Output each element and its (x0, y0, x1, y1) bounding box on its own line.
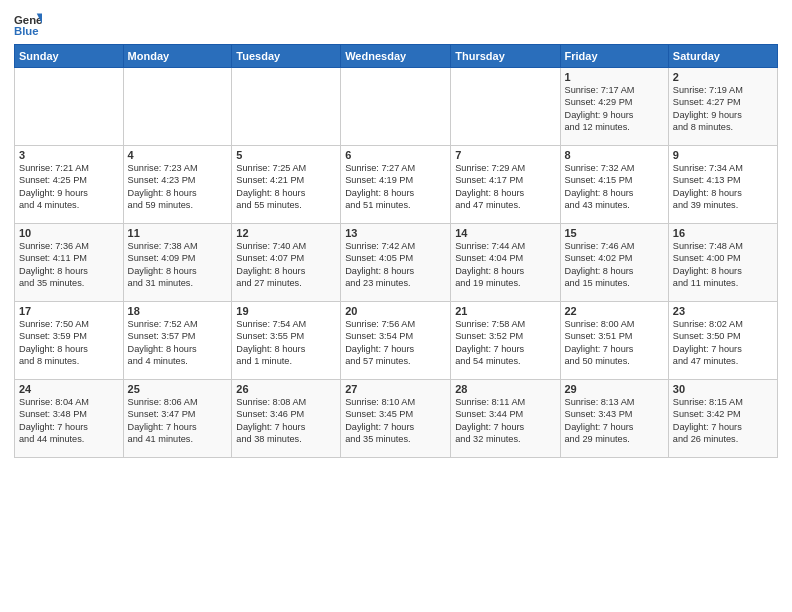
calendar-cell (451, 68, 560, 146)
day-number: 6 (345, 149, 446, 161)
calendar-cell: 20Sunrise: 7:56 AM Sunset: 3:54 PM Dayli… (341, 302, 451, 380)
day-header-sunday: Sunday (15, 45, 124, 68)
day-info: Sunrise: 7:42 AM Sunset: 4:05 PM Dayligh… (345, 240, 446, 290)
calendar-cell: 1Sunrise: 7:17 AM Sunset: 4:29 PM Daylig… (560, 68, 668, 146)
logo-icon: General Blue (14, 10, 42, 38)
day-info: Sunrise: 8:04 AM Sunset: 3:48 PM Dayligh… (19, 396, 119, 446)
day-number: 30 (673, 383, 773, 395)
calendar-cell: 25Sunrise: 8:06 AM Sunset: 3:47 PM Dayli… (123, 380, 232, 458)
calendar-cell: 12Sunrise: 7:40 AM Sunset: 4:07 PM Dayli… (232, 224, 341, 302)
calendar-cell: 5Sunrise: 7:25 AM Sunset: 4:21 PM Daylig… (232, 146, 341, 224)
calendar-cell: 18Sunrise: 7:52 AM Sunset: 3:57 PM Dayli… (123, 302, 232, 380)
day-number: 28 (455, 383, 555, 395)
day-info: Sunrise: 7:32 AM Sunset: 4:15 PM Dayligh… (565, 162, 664, 212)
calendar-header-row: SundayMondayTuesdayWednesdayThursdayFrid… (15, 45, 778, 68)
calendar-cell (123, 68, 232, 146)
calendar-cell: 19Sunrise: 7:54 AM Sunset: 3:55 PM Dayli… (232, 302, 341, 380)
day-number: 12 (236, 227, 336, 239)
day-number: 15 (565, 227, 664, 239)
day-header-monday: Monday (123, 45, 232, 68)
calendar-cell: 21Sunrise: 7:58 AM Sunset: 3:52 PM Dayli… (451, 302, 560, 380)
day-info: Sunrise: 7:58 AM Sunset: 3:52 PM Dayligh… (455, 318, 555, 368)
day-info: Sunrise: 8:11 AM Sunset: 3:44 PM Dayligh… (455, 396, 555, 446)
day-info: Sunrise: 7:19 AM Sunset: 4:27 PM Dayligh… (673, 84, 773, 134)
day-info: Sunrise: 8:06 AM Sunset: 3:47 PM Dayligh… (128, 396, 228, 446)
day-info: Sunrise: 7:29 AM Sunset: 4:17 PM Dayligh… (455, 162, 555, 212)
day-info: Sunrise: 7:52 AM Sunset: 3:57 PM Dayligh… (128, 318, 228, 368)
calendar-cell: 13Sunrise: 7:42 AM Sunset: 4:05 PM Dayli… (341, 224, 451, 302)
calendar-cell: 4Sunrise: 7:23 AM Sunset: 4:23 PM Daylig… (123, 146, 232, 224)
svg-text:Blue: Blue (14, 25, 39, 37)
calendar-cell: 3Sunrise: 7:21 AM Sunset: 4:25 PM Daylig… (15, 146, 124, 224)
day-number: 20 (345, 305, 446, 317)
day-number: 21 (455, 305, 555, 317)
calendar-cell: 28Sunrise: 8:11 AM Sunset: 3:44 PM Dayli… (451, 380, 560, 458)
calendar-cell (15, 68, 124, 146)
page-container: General Blue SundayMondayTuesdayWednesda… (0, 0, 792, 464)
calendar-cell: 15Sunrise: 7:46 AM Sunset: 4:02 PM Dayli… (560, 224, 668, 302)
calendar-cell: 8Sunrise: 7:32 AM Sunset: 4:15 PM Daylig… (560, 146, 668, 224)
calendar-cell: 24Sunrise: 8:04 AM Sunset: 3:48 PM Dayli… (15, 380, 124, 458)
calendar-cell: 17Sunrise: 7:50 AM Sunset: 3:59 PM Dayli… (15, 302, 124, 380)
calendar-cell: 22Sunrise: 8:00 AM Sunset: 3:51 PM Dayli… (560, 302, 668, 380)
day-number: 25 (128, 383, 228, 395)
day-info: Sunrise: 7:50 AM Sunset: 3:59 PM Dayligh… (19, 318, 119, 368)
calendar-cell: 10Sunrise: 7:36 AM Sunset: 4:11 PM Dayli… (15, 224, 124, 302)
day-number: 9 (673, 149, 773, 161)
day-number: 1 (565, 71, 664, 83)
day-info: Sunrise: 7:34 AM Sunset: 4:13 PM Dayligh… (673, 162, 773, 212)
calendar-cell: 11Sunrise: 7:38 AM Sunset: 4:09 PM Dayli… (123, 224, 232, 302)
calendar-week-1: 3Sunrise: 7:21 AM Sunset: 4:25 PM Daylig… (15, 146, 778, 224)
day-header-saturday: Saturday (668, 45, 777, 68)
day-number: 27 (345, 383, 446, 395)
day-info: Sunrise: 7:48 AM Sunset: 4:00 PM Dayligh… (673, 240, 773, 290)
day-number: 22 (565, 305, 664, 317)
calendar-cell: 27Sunrise: 8:10 AM Sunset: 3:45 PM Dayli… (341, 380, 451, 458)
day-info: Sunrise: 7:27 AM Sunset: 4:19 PM Dayligh… (345, 162, 446, 212)
calendar-cell: 23Sunrise: 8:02 AM Sunset: 3:50 PM Dayli… (668, 302, 777, 380)
day-info: Sunrise: 7:46 AM Sunset: 4:02 PM Dayligh… (565, 240, 664, 290)
calendar-cell: 2Sunrise: 7:19 AM Sunset: 4:27 PM Daylig… (668, 68, 777, 146)
day-number: 24 (19, 383, 119, 395)
day-header-tuesday: Tuesday (232, 45, 341, 68)
day-header-thursday: Thursday (451, 45, 560, 68)
day-info: Sunrise: 7:25 AM Sunset: 4:21 PM Dayligh… (236, 162, 336, 212)
day-number: 29 (565, 383, 664, 395)
calendar: SundayMondayTuesdayWednesdayThursdayFrid… (14, 44, 778, 458)
day-number: 13 (345, 227, 446, 239)
calendar-cell: 16Sunrise: 7:48 AM Sunset: 4:00 PM Dayli… (668, 224, 777, 302)
day-info: Sunrise: 7:38 AM Sunset: 4:09 PM Dayligh… (128, 240, 228, 290)
calendar-cell: 14Sunrise: 7:44 AM Sunset: 4:04 PM Dayli… (451, 224, 560, 302)
day-number: 19 (236, 305, 336, 317)
calendar-week-4: 24Sunrise: 8:04 AM Sunset: 3:48 PM Dayli… (15, 380, 778, 458)
day-number: 4 (128, 149, 228, 161)
calendar-cell: 6Sunrise: 7:27 AM Sunset: 4:19 PM Daylig… (341, 146, 451, 224)
day-info: Sunrise: 8:00 AM Sunset: 3:51 PM Dayligh… (565, 318, 664, 368)
day-info: Sunrise: 7:17 AM Sunset: 4:29 PM Dayligh… (565, 84, 664, 134)
day-info: Sunrise: 8:13 AM Sunset: 3:43 PM Dayligh… (565, 396, 664, 446)
day-number: 5 (236, 149, 336, 161)
calendar-cell: 7Sunrise: 7:29 AM Sunset: 4:17 PM Daylig… (451, 146, 560, 224)
day-number: 3 (19, 149, 119, 161)
day-info: Sunrise: 7:23 AM Sunset: 4:23 PM Dayligh… (128, 162, 228, 212)
day-info: Sunrise: 8:15 AM Sunset: 3:42 PM Dayligh… (673, 396, 773, 446)
day-number: 18 (128, 305, 228, 317)
day-number: 10 (19, 227, 119, 239)
day-number: 2 (673, 71, 773, 83)
calendar-cell (232, 68, 341, 146)
header: General Blue (14, 10, 778, 38)
day-info: Sunrise: 7:36 AM Sunset: 4:11 PM Dayligh… (19, 240, 119, 290)
day-info: Sunrise: 7:54 AM Sunset: 3:55 PM Dayligh… (236, 318, 336, 368)
day-number: 26 (236, 383, 336, 395)
calendar-cell: 9Sunrise: 7:34 AM Sunset: 4:13 PM Daylig… (668, 146, 777, 224)
day-number: 14 (455, 227, 555, 239)
day-info: Sunrise: 7:44 AM Sunset: 4:04 PM Dayligh… (455, 240, 555, 290)
day-info: Sunrise: 7:56 AM Sunset: 3:54 PM Dayligh… (345, 318, 446, 368)
calendar-cell (341, 68, 451, 146)
day-info: Sunrise: 8:02 AM Sunset: 3:50 PM Dayligh… (673, 318, 773, 368)
day-info: Sunrise: 7:40 AM Sunset: 4:07 PM Dayligh… (236, 240, 336, 290)
calendar-cell: 30Sunrise: 8:15 AM Sunset: 3:42 PM Dayli… (668, 380, 777, 458)
calendar-cell: 26Sunrise: 8:08 AM Sunset: 3:46 PM Dayli… (232, 380, 341, 458)
day-info: Sunrise: 8:08 AM Sunset: 3:46 PM Dayligh… (236, 396, 336, 446)
calendar-week-2: 10Sunrise: 7:36 AM Sunset: 4:11 PM Dayli… (15, 224, 778, 302)
